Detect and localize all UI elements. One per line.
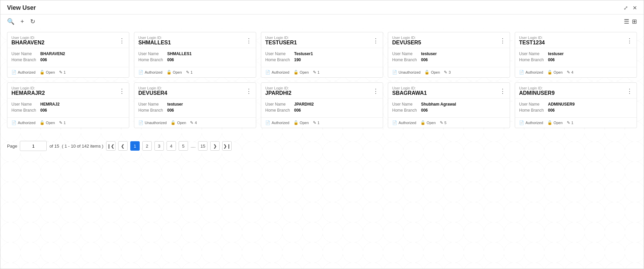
status-badge: Authorized (272, 70, 289, 74)
page-btn-3[interactable]: 3 (154, 141, 164, 151)
user-name-row: User Name BHARAVEN2 (11, 51, 125, 56)
lock-item: 🔓 Open (420, 120, 436, 125)
doc-icon: 📄 (265, 70, 270, 75)
card-menu-icon[interactable]: ⋮ (627, 87, 633, 95)
search-icon[interactable]: 🔍 (7, 18, 14, 25)
card-header: User Login ID: SBAGRAWA1 ⋮ (388, 83, 510, 99)
list-view-icon[interactable]: ☰ (624, 18, 629, 25)
card-body: User Name HEMRAJ2 Home Branch 006 (7, 99, 129, 117)
prev-page-btn[interactable]: ❮ (118, 141, 128, 151)
edit-icon: ✎ (186, 70, 189, 75)
user-name-value: BHARAVEN2 (40, 51, 65, 56)
user-name-value: testuser (421, 51, 437, 56)
close-icon[interactable]: ✕ (633, 5, 637, 11)
card-header-left: User Login ID: ADMINUSER9 (519, 86, 555, 96)
edit-icon: ✎ (313, 70, 316, 75)
lock-badge: Open (427, 121, 436, 125)
lock-item: 🔓 Open (424, 70, 440, 75)
login-label: User Login ID: (265, 86, 291, 90)
login-label: User Login ID: (519, 36, 545, 40)
status-item: 📄 Authorized (265, 70, 289, 75)
card-menu-icon[interactable]: ⋮ (119, 87, 125, 95)
login-id: JPARDHI2 (265, 90, 291, 96)
page-btn-2[interactable]: 2 (142, 141, 152, 151)
doc-icon: 📄 (265, 120, 270, 125)
card-header-left: User Login ID: SBAGRAWA1 (392, 86, 427, 96)
card-menu-icon[interactable]: ⋮ (500, 87, 506, 95)
count-badge: 3 (449, 70, 451, 74)
user-card-HEMARAJR2: User Login ID: HEMARAJR2 ⋮ User Name HEM… (7, 82, 129, 128)
login-id: BHARAVEN2 (11, 40, 44, 46)
status-item: 📄 Authorized (11, 120, 36, 125)
login-label: User Login ID: (392, 86, 427, 90)
lock-item: 🔓 Open (40, 120, 55, 125)
user-card-ADMINUSER9: User Login ID: ADMINUSER9 ⋮ User Name AD… (515, 82, 637, 128)
lock-icon: 🔓 (40, 70, 45, 75)
lock-item: 🔓 Open (171, 120, 186, 125)
card-menu-icon[interactable]: ⋮ (246, 87, 252, 95)
count-item: ✎ 4 (567, 70, 573, 75)
page-btn-1[interactable]: 1 (130, 141, 140, 151)
user-name-row: User Name SHMALLES1 (138, 51, 252, 56)
next-page-btn[interactable]: ❯ (210, 141, 220, 151)
user-name-row: User Name Testuser1 (265, 51, 379, 56)
page-btn-5[interactable]: 5 (179, 141, 188, 151)
user-name-label: User Name (11, 102, 38, 107)
card-header: User Login ID: DEVUSER4 ⋮ (134, 83, 256, 99)
page-btn-15[interactable]: 15 (198, 141, 208, 151)
page-btn-4[interactable]: 4 (167, 141, 176, 151)
card-menu-icon[interactable]: ⋮ (373, 87, 379, 95)
home-branch-value: 006 (294, 108, 301, 113)
card-menu-icon[interactable]: ⋮ (500, 37, 506, 44)
card-header-left: User Login ID: TEST1234 (519, 36, 545, 46)
status-item: 📄 Unauthorized (138, 120, 167, 125)
home-branch-label: Home Branch (11, 57, 38, 62)
card-header: User Login ID: TEST1234 ⋮ (515, 32, 637, 48)
card-body: User Name BHARAVEN2 Home Branch 006 (7, 48, 129, 67)
user-name-label: User Name (519, 102, 546, 107)
login-id: SBAGRAWA1 (392, 90, 427, 96)
user-card-TESTUSER1: User Login ID: TESTUSER1 ⋮ User Name Tes… (261, 32, 383, 78)
lock-badge: Open (46, 121, 55, 125)
user-name-row: User Name testuser (392, 51, 506, 56)
first-page-btn[interactable]: ❙❮ (106, 141, 116, 151)
app-window: View User ⤢ ✕ 🔍 + ↻ ☰ ⊞ User Login ID: B… (0, 0, 644, 269)
edit-icon: ✎ (59, 70, 62, 75)
count-item: ✎ 5 (440, 120, 447, 125)
lock-badge: Open (554, 70, 563, 74)
card-menu-icon[interactable]: ⋮ (246, 37, 252, 44)
home-branch-row: Home Branch 006 (11, 57, 125, 62)
lock-badge: Open (300, 70, 309, 74)
home-branch-label: Home Branch (265, 108, 292, 113)
card-menu-icon[interactable]: ⋮ (627, 37, 633, 44)
lock-item: 🔓 Open (293, 70, 309, 75)
toolbar-right: ☰ ⊞ (624, 18, 637, 25)
edit-icon: ✎ (59, 120, 62, 125)
user-name-label: User Name (265, 51, 292, 56)
home-branch-label: Home Branch (138, 108, 165, 113)
refresh-icon[interactable]: ↻ (30, 18, 35, 25)
grid-view-icon[interactable]: ⊞ (632, 18, 637, 25)
card-header: User Login ID: SHMALLES1 ⋮ (134, 32, 256, 48)
user-name-value: HEMRAJ2 (40, 102, 59, 107)
login-label: User Login ID: (138, 36, 171, 40)
page-title: View User (7, 4, 36, 11)
page-input[interactable] (20, 141, 47, 151)
card-menu-icon[interactable]: ⋮ (119, 37, 125, 44)
count-badge: 4 (195, 121, 197, 125)
page-items: ( 1 - 10 of 142 items ) (62, 144, 103, 149)
doc-icon: 📄 (519, 70, 524, 75)
add-icon[interactable]: + (20, 18, 24, 25)
toolbar: 🔍 + ↻ ☰ ⊞ (0, 14, 644, 29)
card-menu-icon[interactable]: ⋮ (373, 37, 379, 44)
maximize-icon[interactable]: ⤢ (624, 5, 628, 11)
count-badge: 1 (64, 121, 66, 125)
doc-icon: 📄 (138, 120, 143, 125)
home-branch-value: 006 (167, 57, 174, 62)
card-header: User Login ID: TESTUSER1 ⋮ (261, 32, 383, 48)
card-body: User Name SHMALLES1 Home Branch 006 (134, 48, 256, 67)
card-body: User Name Testuser1 Home Branch 190 (261, 48, 383, 67)
card-header-left: User Login ID: DEVUSER4 (138, 86, 167, 96)
home-branch-label: Home Branch (392, 57, 419, 62)
last-page-btn[interactable]: ❯❙ (222, 141, 232, 151)
